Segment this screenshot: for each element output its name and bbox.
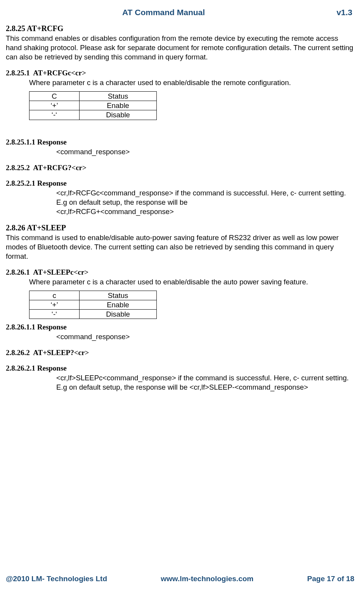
para-2-8-26-1-1: <command_response> (6, 332, 354, 341)
table-header-c: c (29, 291, 80, 300)
doc-version: v1.3 (336, 8, 352, 17)
heading-2-8-25-2: 2.8.25.2 AT+RCFG?<cr> (6, 164, 354, 172)
footer-url: www.lm-technologies.com (161, 575, 253, 583)
para-2-8-25: This command enables or disables configu… (6, 34, 354, 62)
para-2-8-26-2-1: <cr,lf>SLEEPc<command_response> if the c… (6, 373, 354, 392)
para-2-8-25-2-1a: <cr,lf>RCFGc<command_response> if the co… (6, 188, 354, 207)
table-rcfg-params: C Status ‘+’ Enable ‘-‘ Disable (29, 91, 157, 120)
heading-2-8-25-1: 2.8.25.1 AT+RCFGc<cr> (6, 69, 354, 77)
page-footer: @2010 LM- Technologies Ltd www.lm-techno… (6, 575, 354, 583)
heading-2-8-26: 2.8.26 AT+SLEEP (6, 223, 354, 232)
table-cell: Enable (80, 101, 157, 110)
table-cell: Disable (80, 110, 157, 120)
heading-2-8-26-1: 2.8.26.1 AT+SLEEPc<cr> (6, 268, 354, 277)
footer-copyright: @2010 LM- Technologies Ltd (6, 575, 107, 583)
heading-2-8-26-2: 2.8.26.2 AT+SLEEP?<cr> (6, 348, 354, 357)
table-header-c: C (29, 92, 80, 101)
page-header: AT Command Manual v1.3 (6, 8, 354, 17)
table-cell: ‘-‘ (29, 310, 80, 319)
heading-2-8-25-2-1: 2.8.25.2.1 Response (6, 179, 354, 188)
heading-2-8-25-1-1: 2.8.25.1.1 Response (6, 138, 354, 146)
table-header-status: Status (80, 92, 157, 101)
heading-2-8-25: 2.8.25 AT+RCFG (6, 24, 354, 33)
para-2-8-26: This command is used to enable/disable a… (6, 233, 354, 261)
para-2-8-25-1: Where parameter c is a character used to… (6, 78, 354, 87)
table-sleep-params: c Status ‘+’ Enable ‘-‘ Disable (29, 291, 157, 319)
heading-2-8-26-2-1: 2.8.26.2.1 Response (6, 364, 354, 373)
table-cell: ‘+’ (29, 300, 80, 310)
heading-2-8-26-1-1: 2.8.26.1.1 Response (6, 323, 354, 331)
para-2-8-25-2-1b: <cr,lf>RCFG+<command_response> (6, 207, 354, 216)
table-header-status: Status (80, 291, 157, 300)
doc-title: AT Command Manual (122, 8, 205, 17)
table-cell: ‘+’ (29, 101, 80, 110)
para-2-8-25-1-1: <command_response> (6, 147, 354, 157)
table-cell: Enable (80, 300, 157, 310)
table-cell: Disable (80, 310, 157, 319)
table-cell: ‘-‘ (29, 110, 80, 120)
footer-page-number: Page 17 of 18 (307, 575, 354, 583)
para-2-8-26-1: Where parameter c is a character used to… (6, 277, 354, 287)
